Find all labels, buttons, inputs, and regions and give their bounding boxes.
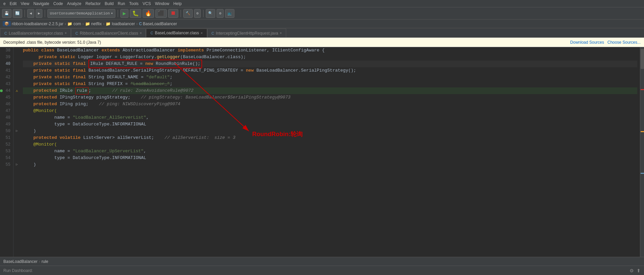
kw-private-43: private [23,81,54,87]
menu-window[interactable]: Window [153,1,172,7]
line-num-49: 49 [6,121,10,128]
toolbar-separator-5 [203,10,203,17]
code-line-53: name = "LoadBalancer_UpServerList", [23,148,637,155]
choose-sources-link[interactable]: Choose Sources... [607,40,641,45]
kw-implements: implements [178,47,206,54]
terminal-button[interactable]: 📺 [225,9,234,18]
sync-button[interactable]: 🔄 [13,9,22,18]
run-button[interactable]: ▶ [120,9,128,18]
tab-close-3[interactable]: × [201,31,203,35]
right-scrollbar[interactable] [640,47,644,257]
bnav-field[interactable]: rule [41,259,48,264]
menu-file[interactable]: e [1,1,8,7]
search-everywhere-button[interactable]: 🔍 [206,9,215,18]
line-num-40: 40 [6,61,10,67]
coverage-button[interactable]: 🔥 [143,9,154,18]
menu-edit[interactable]: Edit [8,1,19,7]
forward-button[interactable]: ▶ [36,9,43,18]
build2-button[interactable]: ⚙ [194,9,201,18]
run-settings-icon[interactable]: ⚙ [630,268,634,273]
str-upserver: "LoadBalancer_UpServerList" [73,148,144,155]
folder-icon-3: 📁 [106,22,111,26]
tab-close-1[interactable]: × [65,31,67,35]
decompiled-text: Decompiled .class file, bytecode version… [3,40,101,45]
build-button[interactable]: 🔨 [183,9,193,18]
bc-netflix: netflix [91,22,102,26]
breadcrumb-sep-4: › [136,22,138,26]
bnav-class[interactable]: BaseLoadBalancer [3,259,37,264]
kw-protected-44: protected [23,87,60,94]
tab-close-2[interactable]: × [140,31,142,35]
profile-button[interactable]: ⬛ [155,9,167,18]
menu-analyze[interactable]: Analyze [65,1,83,7]
tab-close-4[interactable]: × [280,31,282,35]
breadcrumb-netflix[interactable]: 📁 netflix [85,22,102,26]
gutter-53 [13,148,20,155]
kw-extends: extends [102,47,122,54]
kw-static-39: static [60,54,78,61]
line-num-54: 54 [6,155,10,161]
debug-button[interactable]: 🐛 [130,9,141,18]
menu-navigate[interactable]: Navigate [31,1,51,7]
dropdown-arrow-icon: ▾ [111,11,113,15]
cls-list-51: List [83,134,93,141]
str-prefix: "LoadBalancer_" [130,81,170,87]
menu-run[interactable]: Run [116,1,127,7]
line-52: 52 [1,141,10,148]
project-dropdown[interactable]: UserConsumerDemoApplication ▾ [47,9,115,18]
breadcrumb-jar[interactable]: 📦 ribbon-loadbalancer-2.2.5.jar [3,21,63,26]
line-53: 53 [1,148,10,155]
menu-view[interactable]: View [18,1,31,7]
tab-baseloadbalancer[interactable]: C BaseLoadBalancer.class × [146,29,207,37]
menu-code[interactable]: Code [51,1,65,7]
cls-datasource: DataSourceType [73,121,109,128]
class-icon: C [139,22,142,26]
line-54: 54 [1,155,10,161]
toolbar: 💾 🔄 ◀ ▶ UserConsumerDemoApplication ▾ ▶ … [0,7,644,19]
tab-ribbon-client[interactable]: C RibbonLoadBalancerClient.class × [71,29,146,37]
back-button[interactable]: ◀ [27,9,34,18]
bc-loadbalancer: loadbalancer [112,22,135,26]
menu-help[interactable]: Help [171,1,184,7]
str-allserver: "LoadBalancer_AllServerList" [73,114,146,121]
line-39: 39 [1,54,10,61]
code-editor[interactable]: public class BaseLoadBalancer extends Ab… [20,47,640,257]
breadcrumb-class[interactable]: C BaseLoadBalancer [139,22,177,26]
breadcrumb-loadbalancer[interactable]: 📁 loadbalancer [106,22,135,26]
code-line-48: name = "LoadBalancer_AllServerList", [23,114,637,121]
run-dashboard-label: Run Dashboard: [3,268,33,273]
kw-class-38: class [41,47,57,54]
settings-button[interactable]: ⚙ [217,9,224,18]
save-button[interactable]: 💾 [2,9,11,18]
tab-loadbalancer-interceptor[interactable]: C LoadBalancerInterceptor.class × [0,29,71,37]
line-40: 40 [1,61,10,67]
code-line-55: ) [23,161,637,168]
stop-button[interactable]: ⏹ [168,9,178,18]
kw-public-38: public [23,47,41,54]
cls-ipping: IPingStrategy [60,94,96,101]
line-42: 42 [1,74,10,81]
line-45: 45 [1,94,10,101]
scrollbar-thumb[interactable] [641,49,644,69]
project-name: UserConsumerDemoApplication [50,11,110,15]
menu-tools[interactable]: Tools [127,1,141,7]
gutter-48 [13,114,20,121]
gutter-51 [13,134,20,141]
kw-final-43: final [73,81,88,87]
line-46: 46 [1,101,10,108]
code-line-45: protected IPingStrategy pingStrategy; //… [23,94,637,101]
annotation-52: @Monitor( [23,141,57,148]
menu-build[interactable]: Build [103,1,116,7]
code-line-38: public class BaseLoadBalancer extends Ab… [23,47,637,54]
tab-icon-4: C [212,31,214,35]
inline-comment-iping: // ping: NIWSDiscoveryPing@9074 [99,101,180,108]
menu-vcs[interactable]: VCS [141,1,153,7]
run-restore-icon[interactable]: ⬆ [637,268,641,273]
editor-wrapper: 38 39 40 41 42 43 44 45 46 47 48 49 50 5… [0,47,644,257]
tab-intercepting-request[interactable]: C InterceptingClientHttpRequest.java × [207,29,286,37]
download-sources-link[interactable]: Download Sources [570,40,604,45]
line-num-53: 53 [6,148,10,155]
breadcrumb-com[interactable]: 📁 com [67,22,81,26]
cls-serial: SerialPingStrategy [133,67,183,74]
menu-refactor[interactable]: Refactor [83,1,103,7]
